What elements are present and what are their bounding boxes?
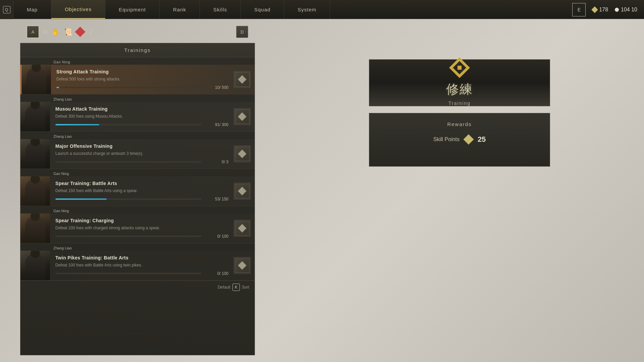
training-item-4[interactable]: Spear Training: Charging Defeat 100 foes… bbox=[20, 214, 255, 243]
reward-diamond-4 bbox=[238, 224, 246, 232]
nav-item-equipment[interactable]: Equipment bbox=[105, 0, 160, 19]
training-item-0[interactable]: Strong Attack Training Defeat 500 foes w… bbox=[20, 65, 255, 94]
progress-bar-bg-2 bbox=[55, 161, 202, 163]
progress-bar-bg-4 bbox=[55, 236, 202, 237]
training-progress-row-3: 53/ 150 bbox=[55, 197, 228, 201]
reward-badge-4 bbox=[235, 221, 250, 236]
reward-diamond-5 bbox=[238, 261, 246, 269]
progress-text-3: 53/ 150 bbox=[205, 197, 228, 201]
portrait-3 bbox=[20, 176, 50, 206]
training-info-2: Major Offensive Training Launch a succes… bbox=[50, 139, 234, 169]
training-title-1: Musou Attack Training bbox=[55, 106, 228, 112]
progress-bar-bg-1 bbox=[55, 124, 202, 125]
portrait-5 bbox=[20, 251, 50, 280]
filter-check-icon[interactable]: ✓ bbox=[87, 27, 97, 37]
reward-icon-0 bbox=[234, 71, 251, 88]
character-label-3: Gan Ning bbox=[24, 170, 251, 176]
rewards-skill-points-label: Skill Points bbox=[433, 136, 460, 142]
portrait-4 bbox=[20, 214, 50, 243]
training-desc-5: Defeat 100 foes with Battle Arts using t… bbox=[55, 262, 228, 268]
left-panel: A All ✋ 📜 ✓ D Trainings Gan Ning bbox=[0, 19, 275, 362]
top-navigation: Q Map Objectives Equipment Rank Skills S… bbox=[0, 0, 644, 19]
character-label-4: Gan Ning bbox=[24, 207, 251, 214]
training-banner-icon bbox=[451, 60, 468, 75]
nav-map-label: Map bbox=[27, 7, 38, 12]
training-title-5: Twin Pikes Training: Battle Arts bbox=[55, 255, 228, 260]
training-diamond-inner bbox=[453, 61, 466, 74]
trainings-title: Trainings bbox=[124, 47, 151, 53]
rewards-diamond-icon bbox=[463, 134, 474, 144]
progress-text-4: 0/ 100 bbox=[205, 234, 228, 239]
nav-squad-label: Squad bbox=[254, 7, 270, 12]
reward-badge-1 bbox=[235, 109, 250, 124]
training-type-label: Training bbox=[448, 101, 471, 106]
training-item-2[interactable]: Major Offensive Training Launch a succes… bbox=[20, 139, 255, 169]
training-progress-row-2: 0/ 3 bbox=[55, 160, 228, 164]
nav-item-system[interactable]: System bbox=[284, 0, 330, 19]
training-progress-row-5: 0/ 100 bbox=[55, 271, 228, 276]
reward-badge-3 bbox=[235, 184, 250, 198]
filter-prev-button[interactable]: A bbox=[27, 26, 39, 38]
nav-objectives-label: Objectives bbox=[65, 6, 92, 12]
sort-text: Sort bbox=[242, 285, 249, 290]
fps-value: 60 FPS bbox=[3, 355, 15, 359]
nav-rank-label: Rank bbox=[173, 7, 186, 12]
training-title-4: Spear Training: Charging bbox=[55, 218, 228, 223]
training-progress-row-0: 10/ 500 bbox=[56, 85, 228, 90]
nav-equipment-label: Equipment bbox=[119, 7, 146, 12]
training-progress-row-1: 91/ 300 bbox=[55, 122, 228, 127]
nav-item-squad[interactable]: Squad bbox=[241, 0, 284, 19]
sort-bar: Default K Sort bbox=[20, 281, 255, 294]
filter-diamond-icon[interactable] bbox=[76, 28, 84, 36]
training-info-1: Musou Attack Training Defeat 300 foes us… bbox=[50, 102, 234, 131]
character-label-0: Gan Ning bbox=[24, 59, 251, 65]
nav-item-map[interactable]: Map bbox=[13, 0, 51, 19]
training-desc-2: Launch a successful charge or ambush 3 t… bbox=[55, 151, 228, 157]
rewards-title: Rewards bbox=[447, 121, 472, 127]
training-info-3: Spear Training: Battle Arts Defeat 150 f… bbox=[50, 177, 234, 206]
e-button[interactable]: E bbox=[572, 3, 586, 16]
filter-hand-icon[interactable]: ✋ bbox=[51, 27, 60, 37]
training-group-3: Gan Ning Spear Training: Battle Arts Def… bbox=[20, 169, 255, 206]
reward-icon-4 bbox=[234, 220, 251, 237]
nav-system-label: System bbox=[298, 7, 316, 12]
sort-key[interactable]: K bbox=[232, 284, 240, 291]
nav-item-objectives[interactable]: Objectives bbox=[51, 0, 105, 19]
secondary-amount: 104 10 bbox=[621, 7, 637, 13]
currency-circle-icon bbox=[615, 8, 619, 12]
currency-display: 178 bbox=[592, 7, 608, 13]
reward-icon-3 bbox=[234, 183, 251, 199]
nav-item-skills[interactable]: Skills bbox=[200, 0, 241, 19]
training-diamond-center bbox=[458, 66, 462, 70]
progress-text-1: 91/ 300 bbox=[205, 122, 228, 127]
training-item-1[interactable]: Musou Attack Training Defeat 300 foes us… bbox=[20, 102, 255, 131]
reward-icon-1 bbox=[234, 108, 251, 125]
character-label-5: Zhang Liao bbox=[24, 245, 251, 251]
progress-text-2: 0/ 3 bbox=[205, 160, 228, 164]
training-group-2: Zhang Liao Major Offensive Training Laun… bbox=[20, 132, 255, 169]
filter-next-button[interactable]: D bbox=[236, 26, 248, 38]
reward-diamond-3 bbox=[238, 187, 246, 195]
currency-amount: 178 bbox=[599, 7, 608, 13]
filter-scroll-icon[interactable]: 📜 bbox=[64, 27, 73, 37]
portrait-2 bbox=[20, 139, 50, 169]
character-label-1: Zhang Liao bbox=[24, 96, 251, 102]
progress-bar-fill-3 bbox=[55, 198, 107, 200]
progress-bar-bg-0 bbox=[56, 87, 202, 88]
progress-bar-fill-1 bbox=[55, 124, 99, 125]
reward-icon-5 bbox=[234, 257, 251, 274]
secondary-currency-display: 104 10 bbox=[615, 7, 637, 13]
q-button[interactable]: Q bbox=[0, 0, 13, 19]
training-info-0: Strong Attack Training Defeat 500 foes w… bbox=[51, 65, 234, 94]
rewards-amount: 25 bbox=[478, 135, 486, 144]
training-title-2: Major Offensive Training bbox=[55, 143, 228, 149]
d-key-label: D bbox=[240, 29, 244, 35]
nav-item-rank[interactable]: Rank bbox=[160, 0, 200, 19]
training-item-5[interactable]: Twin Pikes Training: Battle Arts Defeat … bbox=[20, 251, 255, 280]
training-banner: 修練 Training bbox=[369, 59, 550, 106]
filter-bar: A All ✋ 📜 ✓ D bbox=[20, 26, 255, 38]
reward-icon-2 bbox=[234, 145, 251, 162]
training-group-5: Zhang Liao Twin Pikes Training: Battle A… bbox=[20, 243, 255, 281]
training-item-3[interactable]: Spear Training: Battle Arts Defeat 150 f… bbox=[20, 176, 255, 206]
training-group-4: Gan Ning Spear Training: Charging Defeat… bbox=[20, 206, 255, 243]
